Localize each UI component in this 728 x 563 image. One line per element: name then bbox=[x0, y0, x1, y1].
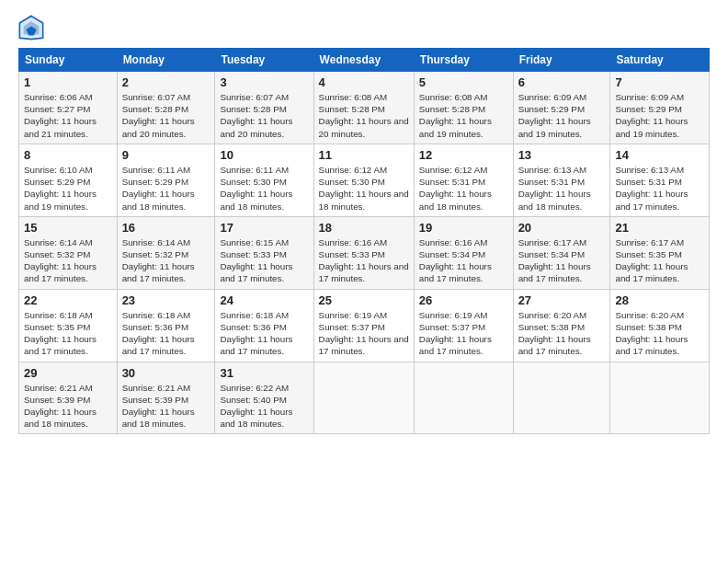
calendar-cell: 14Sunrise: 6:13 AMSunset: 5:31 PMDayligh… bbox=[610, 144, 710, 216]
day-number: 7 bbox=[615, 75, 704, 89]
calendar-cell: 5Sunrise: 6:08 AMSunset: 5:28 PMDaylight… bbox=[414, 72, 513, 144]
calendar-week-row: 15Sunrise: 6:14 AMSunset: 5:32 PMDayligh… bbox=[19, 216, 710, 289]
day-info: Sunrise: 6:09 AMSunset: 5:29 PMDaylight:… bbox=[615, 91, 704, 140]
calendar-week-row: 8Sunrise: 6:10 AMSunset: 5:29 PMDaylight… bbox=[19, 144, 710, 216]
weekday-header-wednesday: Wednesday bbox=[313, 49, 414, 72]
day-info: Sunrise: 6:20 AMSunset: 5:38 PMDaylight:… bbox=[518, 309, 606, 358]
calendar-cell: 10Sunrise: 6:11 AMSunset: 5:30 PMDayligh… bbox=[215, 144, 313, 216]
day-info: Sunrise: 6:07 AMSunset: 5:28 PMDaylight:… bbox=[220, 91, 308, 140]
calendar-cell: 9Sunrise: 6:11 AMSunset: 5:29 PMDaylight… bbox=[117, 144, 215, 216]
day-info: Sunrise: 6:21 AMSunset: 5:39 PMDaylight:… bbox=[122, 382, 210, 431]
day-info: Sunrise: 6:14 AMSunset: 5:32 PMDaylight:… bbox=[122, 236, 210, 285]
calendar-cell: 15Sunrise: 6:14 AMSunset: 5:32 PMDayligh… bbox=[19, 216, 118, 289]
day-number: 15 bbox=[24, 221, 112, 235]
calendar-cell: 25Sunrise: 6:19 AMSunset: 5:37 PMDayligh… bbox=[313, 289, 414, 362]
day-info: Sunrise: 6:12 AMSunset: 5:31 PMDaylight:… bbox=[419, 164, 508, 213]
calendar-body: 1Sunrise: 6:06 AMSunset: 5:27 PMDaylight… bbox=[19, 72, 710, 434]
day-number: 9 bbox=[122, 148, 210, 162]
day-info: Sunrise: 6:13 AMSunset: 5:31 PMDaylight:… bbox=[518, 164, 606, 213]
day-info: Sunrise: 6:20 AMSunset: 5:38 PMDaylight:… bbox=[615, 309, 704, 358]
calendar-cell: 11Sunrise: 6:12 AMSunset: 5:30 PMDayligh… bbox=[313, 144, 414, 216]
day-info: Sunrise: 6:19 AMSunset: 5:37 PMDaylight:… bbox=[319, 309, 409, 358]
calendar-table: SundayMondayTuesdayWednesdayThursdayFrid… bbox=[18, 48, 710, 434]
weekday-header-sunday: Sunday bbox=[19, 49, 118, 72]
day-number: 31 bbox=[220, 366, 308, 380]
day-number: 18 bbox=[319, 221, 409, 235]
day-info: Sunrise: 6:22 AMSunset: 5:40 PMDaylight:… bbox=[220, 382, 308, 431]
day-info: Sunrise: 6:18 AMSunset: 5:36 PMDaylight:… bbox=[220, 309, 308, 358]
day-info: Sunrise: 6:13 AMSunset: 5:31 PMDaylight:… bbox=[615, 164, 704, 213]
weekday-header-tuesday: Tuesday bbox=[215, 49, 313, 72]
day-number: 24 bbox=[220, 293, 308, 307]
calendar-week-row: 29Sunrise: 6:21 AMSunset: 5:39 PMDayligh… bbox=[19, 362, 710, 434]
logo bbox=[18, 15, 48, 40]
day-number: 25 bbox=[319, 293, 409, 307]
day-info: Sunrise: 6:11 AMSunset: 5:30 PMDaylight:… bbox=[220, 164, 308, 213]
day-number: 13 bbox=[518, 148, 606, 162]
calendar-cell: 7Sunrise: 6:09 AMSunset: 5:29 PMDaylight… bbox=[610, 72, 710, 144]
calendar-cell: 1Sunrise: 6:06 AMSunset: 5:27 PMDaylight… bbox=[19, 72, 118, 144]
day-number: 20 bbox=[518, 221, 606, 235]
day-number: 11 bbox=[319, 148, 409, 162]
day-number: 6 bbox=[518, 75, 606, 89]
day-number: 14 bbox=[615, 148, 704, 162]
day-info: Sunrise: 6:10 AMSunset: 5:29 PMDaylight:… bbox=[24, 164, 112, 213]
calendar-week-row: 1Sunrise: 6:06 AMSunset: 5:27 PMDaylight… bbox=[19, 72, 710, 144]
calendar-cell: 4Sunrise: 6:08 AMSunset: 5:28 PMDaylight… bbox=[313, 72, 414, 144]
day-number: 27 bbox=[518, 293, 606, 307]
weekday-header-row: SundayMondayTuesdayWednesdayThursdayFrid… bbox=[19, 49, 710, 72]
calendar-cell bbox=[313, 362, 414, 434]
day-number: 16 bbox=[122, 221, 210, 235]
day-number: 23 bbox=[122, 293, 210, 307]
day-info: Sunrise: 6:16 AMSunset: 5:33 PMDaylight:… bbox=[319, 236, 409, 285]
calendar-cell: 3Sunrise: 6:07 AMSunset: 5:28 PMDaylight… bbox=[215, 72, 313, 144]
calendar-cell: 23Sunrise: 6:18 AMSunset: 5:36 PMDayligh… bbox=[117, 289, 215, 362]
day-info: Sunrise: 6:07 AMSunset: 5:28 PMDaylight:… bbox=[122, 91, 210, 140]
calendar-cell: 19Sunrise: 6:16 AMSunset: 5:34 PMDayligh… bbox=[414, 216, 513, 289]
day-info: Sunrise: 6:17 AMSunset: 5:34 PMDaylight:… bbox=[518, 236, 606, 285]
day-info: Sunrise: 6:19 AMSunset: 5:37 PMDaylight:… bbox=[419, 309, 508, 358]
day-info: Sunrise: 6:18 AMSunset: 5:35 PMDaylight:… bbox=[24, 309, 112, 358]
calendar-cell: 27Sunrise: 6:20 AMSunset: 5:38 PMDayligh… bbox=[513, 289, 610, 362]
calendar-cell: 31Sunrise: 6:22 AMSunset: 5:40 PMDayligh… bbox=[215, 362, 313, 434]
day-info: Sunrise: 6:12 AMSunset: 5:30 PMDaylight:… bbox=[319, 164, 409, 213]
day-number: 19 bbox=[419, 221, 508, 235]
calendar-cell: 12Sunrise: 6:12 AMSunset: 5:31 PMDayligh… bbox=[414, 144, 513, 216]
calendar-cell: 17Sunrise: 6:15 AMSunset: 5:33 PMDayligh… bbox=[215, 216, 313, 289]
calendar-cell: 28Sunrise: 6:20 AMSunset: 5:38 PMDayligh… bbox=[610, 289, 710, 362]
day-info: Sunrise: 6:16 AMSunset: 5:34 PMDaylight:… bbox=[419, 236, 508, 285]
day-info: Sunrise: 6:06 AMSunset: 5:27 PMDaylight:… bbox=[24, 91, 112, 140]
calendar-cell bbox=[513, 362, 610, 434]
calendar-week-row: 22Sunrise: 6:18 AMSunset: 5:35 PMDayligh… bbox=[19, 289, 710, 362]
calendar-cell: 2Sunrise: 6:07 AMSunset: 5:28 PMDaylight… bbox=[117, 72, 215, 144]
header bbox=[18, 15, 710, 40]
calendar-cell: 22Sunrise: 6:18 AMSunset: 5:35 PMDayligh… bbox=[19, 289, 118, 362]
weekday-header-friday: Friday bbox=[513, 49, 610, 72]
day-number: 26 bbox=[419, 293, 508, 307]
calendar-cell: 24Sunrise: 6:18 AMSunset: 5:36 PMDayligh… bbox=[215, 289, 313, 362]
day-number: 1 bbox=[24, 75, 112, 89]
day-number: 2 bbox=[122, 75, 210, 89]
day-info: Sunrise: 6:17 AMSunset: 5:35 PMDaylight:… bbox=[615, 236, 704, 285]
day-number: 4 bbox=[319, 75, 409, 89]
day-number: 17 bbox=[220, 221, 308, 235]
calendar-cell: 16Sunrise: 6:14 AMSunset: 5:32 PMDayligh… bbox=[117, 216, 215, 289]
calendar-cell bbox=[610, 362, 710, 434]
day-number: 8 bbox=[24, 148, 112, 162]
calendar-cell: 30Sunrise: 6:21 AMSunset: 5:39 PMDayligh… bbox=[117, 362, 215, 434]
day-info: Sunrise: 6:18 AMSunset: 5:36 PMDaylight:… bbox=[122, 309, 210, 358]
calendar-cell: 26Sunrise: 6:19 AMSunset: 5:37 PMDayligh… bbox=[414, 289, 513, 362]
calendar-cell: 13Sunrise: 6:13 AMSunset: 5:31 PMDayligh… bbox=[513, 144, 610, 216]
day-info: Sunrise: 6:21 AMSunset: 5:39 PMDaylight:… bbox=[24, 382, 112, 431]
day-number: 3 bbox=[220, 75, 308, 89]
day-info: Sunrise: 6:11 AMSunset: 5:29 PMDaylight:… bbox=[122, 164, 210, 213]
page: SundayMondayTuesdayWednesdayThursdayFrid… bbox=[0, 0, 728, 563]
day-info: Sunrise: 6:15 AMSunset: 5:33 PMDaylight:… bbox=[220, 236, 308, 285]
day-number: 22 bbox=[24, 293, 112, 307]
weekday-header-monday: Monday bbox=[117, 49, 215, 72]
day-number: 21 bbox=[615, 221, 704, 235]
day-number: 12 bbox=[419, 148, 508, 162]
calendar-cell: 6Sunrise: 6:09 AMSunset: 5:29 PMDaylight… bbox=[513, 72, 610, 144]
day-number: 10 bbox=[220, 148, 308, 162]
weekday-header-saturday: Saturday bbox=[610, 49, 710, 72]
